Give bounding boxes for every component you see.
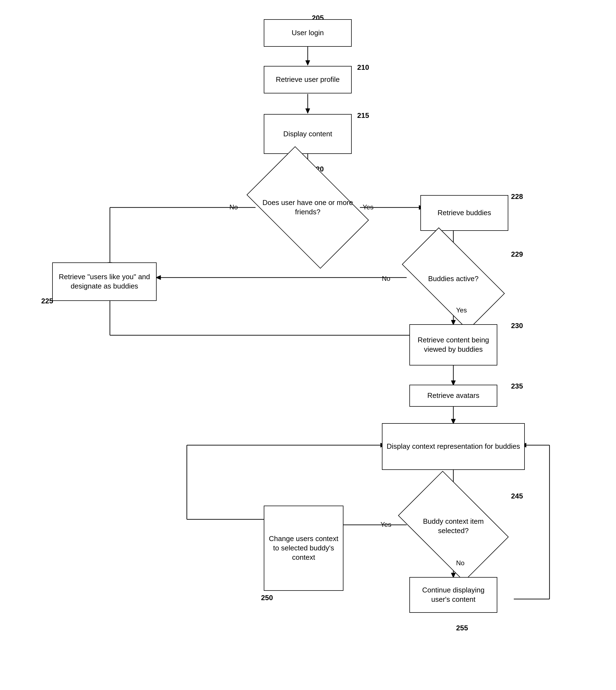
diamond-context-selected: Buddy context item selected?	[406, 495, 500, 558]
box-retrieve-avatars: Retrieve avatars	[410, 385, 497, 407]
diamond-buddies-active: Buddies active?	[406, 253, 500, 305]
flowchart-diagram: 205 User login 210 Retrieve user profile…	[0, 0, 616, 690]
box-display-context: Display context representation for buddi…	[382, 423, 525, 470]
label-229: 229	[511, 250, 523, 259]
svg-marker-1	[306, 61, 310, 65]
box-retrieve-profile: Retrieve user profile	[264, 66, 352, 93]
box-change-users-context: Change users context to selected buddy's…	[264, 505, 344, 591]
box-user-login: User login	[264, 19, 352, 47]
label-250: 250	[261, 594, 273, 602]
box-retrieve-buddies: Retrieve buddies	[420, 195, 508, 231]
diamond-text-active: Buddies active?	[427, 273, 480, 285]
label-215: 215	[357, 111, 369, 120]
label-no-friends: No	[229, 203, 238, 211]
label-yes-friends: Yes	[363, 203, 373, 211]
box-display-content: Display content	[264, 114, 352, 154]
label-no-selected: No	[456, 559, 465, 567]
label-245: 245	[511, 492, 523, 500]
label-230: 230	[511, 322, 523, 330]
diamond-friends: Does user have one or more friends?	[256, 173, 360, 242]
label-yes-selected: Yes	[380, 521, 391, 529]
label-235: 235	[511, 382, 523, 390]
box-retrieve-content-viewed: Retrieve content being viewed by buddies	[410, 324, 497, 365]
label-210: 210	[357, 63, 369, 72]
label-225: 225	[41, 297, 53, 305]
diamond-text-friends: Does user have one or more friends?	[256, 197, 360, 218]
box-retrieve-users-like-you: Retrieve "users like you" and designate …	[52, 262, 157, 301]
label-no-active: No	[382, 275, 391, 282]
label-255: 255	[456, 624, 468, 632]
label-yes-active: Yes	[456, 306, 467, 314]
box-continue-displaying: Continue displaying user's content	[410, 577, 497, 613]
label-228: 228	[511, 192, 523, 201]
svg-marker-3	[306, 109, 310, 113]
diamond-text-selected: Buddy context item selected?	[406, 516, 500, 537]
